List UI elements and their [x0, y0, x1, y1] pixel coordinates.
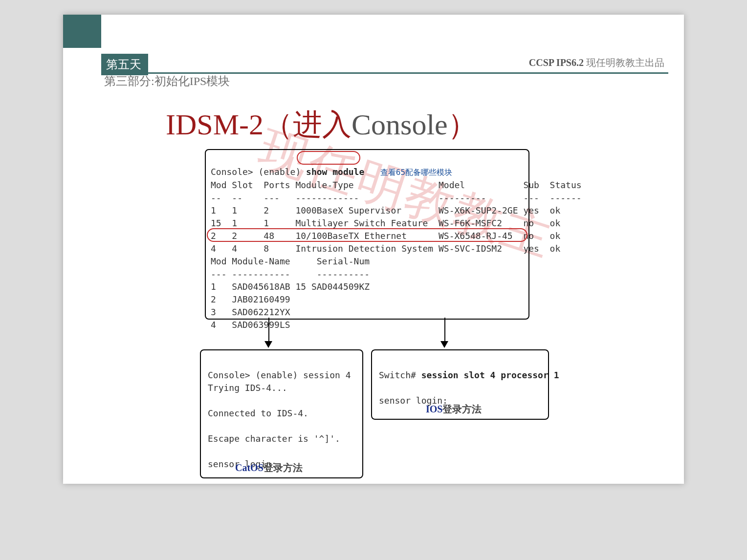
top-row2-0: 1 SAD045618AB 15 SAD044509KZ [211, 281, 370, 292]
top-row-1: 15 1 1 Multilayer Switch Feature WS-F6K-… [211, 218, 560, 228]
topbox: Console> (enable) show module 查看65配备哪些模块… [205, 149, 529, 320]
course-tail: 现任明教教主出品 [584, 57, 664, 68]
accent-block [63, 15, 101, 48]
top-sep: -- -- --- ------------ --------- --- ---… [211, 193, 582, 203]
right-cap-zh: 登录方法 [442, 404, 482, 414]
left-cap-en: CatOS [235, 462, 264, 473]
course-bold: CCSP IPS6.2 [529, 57, 584, 68]
left-l4: Connected to IDS-4. [208, 408, 308, 418]
leftbox-content: Console> (enable) session 4 Trying IDS-4… [208, 356, 351, 471]
right-cap-en: IOS [426, 404, 442, 414]
rightbox: Switch# session slot 4 processor 1 senso… [371, 349, 549, 420]
rightbox-content: Switch# session slot 4 processor 1 senso… [379, 356, 559, 407]
topbox-content: Console> (enable) show module 查看65配备哪些模块… [211, 153, 582, 331]
title-main: IDSM-2 [166, 108, 264, 141]
arrow-left-line [268, 318, 269, 342]
red-circle-row [207, 228, 527, 242]
top-hdr: Mod Slot Ports Module-Type Model Sub Sta… [211, 180, 582, 190]
left-l1: Console> (enable) session 4 [208, 370, 351, 380]
top-note: 查看65配备哪些模块 [380, 168, 452, 177]
top-row2-1: 2 JAB02160499 [211, 294, 290, 304]
title-zh: 进入 [293, 108, 352, 141]
section-title: 第三部分:初始化IPS模块 [104, 73, 230, 89]
title-tail: Console [352, 108, 448, 141]
top-row2-3: 4 SAD063999LS [211, 320, 290, 330]
paren-open: （ [264, 108, 293, 141]
top-row-3: 4 4 8 Intrusion Detection System WS-SVC-… [211, 243, 560, 254]
rightbox-caption: IOS登录方法 [426, 403, 482, 416]
right-l1-cmd: session slot 4 processor 1 [421, 370, 559, 380]
top-row-0: 1 1 2 1000BaseX Supervisor WS-X6K-SUP2-2… [211, 205, 560, 215]
red-circle-cmd [297, 151, 360, 165]
arrow-right-head-icon [440, 341, 448, 348]
day-title: 第五天 [101, 54, 148, 75]
left-l2: Trying IDS-4... [208, 383, 287, 393]
top-cmd: show module [306, 167, 364, 177]
course-label: CCSP IPS6.2 现任明教教主出品 [529, 56, 664, 69]
leftbox-caption: CatOS登录方法 [235, 461, 303, 474]
top-row2-2: 3 SAD062212YX [211, 307, 290, 317]
top-prompt: Console> (enable) [211, 167, 301, 177]
left-cap-zh: 登录方法 [264, 462, 303, 473]
slide-title: IDSM-2（进入Console） [166, 105, 477, 145]
arrow-right-line [444, 318, 445, 342]
paren-close: ） [448, 108, 477, 141]
top-sep2: --- ----------- ---------- [211, 269, 370, 279]
right-l1-pre: Switch# [379, 370, 421, 380]
arrow-left-head-icon [264, 341, 272, 348]
leftbox: Console> (enable) session 4 Trying IDS-4… [200, 349, 363, 478]
left-l6: Escape character is '^]'. [208, 433, 340, 444]
top-hdr2: Mod Module-Name Serial-Num [211, 256, 370, 266]
